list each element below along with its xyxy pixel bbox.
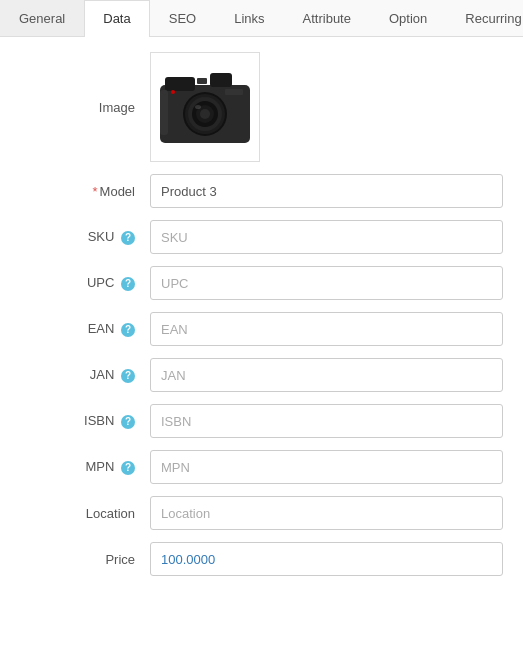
tab-links[interactable]: Links (215, 0, 283, 36)
mpn-label: MPN ? (20, 459, 150, 475)
location-label: Location (20, 506, 150, 521)
tab-option[interactable]: Option (370, 0, 446, 36)
image-row: Image (20, 52, 503, 162)
sku-label: SKU ? (20, 229, 150, 245)
sku-help-icon[interactable]: ? (121, 231, 135, 245)
isbn-row: ISBN ? (20, 404, 503, 438)
tab-recurring[interactable]: Recurring (446, 0, 523, 36)
svg-rect-13 (160, 90, 168, 135)
price-input[interactable] (150, 542, 503, 576)
mpn-input[interactable] (150, 450, 503, 484)
sku-row: SKU ? (20, 220, 503, 254)
upc-label: UPC ? (20, 275, 150, 291)
tab-attribute[interactable]: Attribute (284, 0, 370, 36)
location-row: Location (20, 496, 503, 530)
model-required: * (93, 184, 98, 199)
ean-row: EAN ? (20, 312, 503, 346)
ean-label: EAN ? (20, 321, 150, 337)
location-input[interactable] (150, 496, 503, 530)
image-upload[interactable] (150, 52, 260, 162)
upc-row: UPC ? (20, 266, 503, 300)
sku-input[interactable] (150, 220, 503, 254)
svg-rect-1 (165, 77, 195, 91)
tab-general[interactable]: General (0, 0, 84, 36)
jan-label: JAN ? (20, 367, 150, 383)
jan-input[interactable] (150, 358, 503, 392)
isbn-help-icon[interactable]: ? (121, 415, 135, 429)
mpn-row: MPN ? (20, 450, 503, 484)
ean-help-icon[interactable]: ? (121, 323, 135, 337)
form-content: Image (0, 37, 523, 603)
svg-point-9 (195, 105, 201, 109)
svg-rect-2 (210, 73, 232, 87)
mpn-help-icon[interactable]: ? (121, 461, 135, 475)
svg-rect-10 (197, 78, 207, 84)
price-label: Price (20, 552, 150, 567)
jan-help-icon[interactable]: ? (121, 369, 135, 383)
svg-point-8 (200, 109, 210, 119)
upc-help-icon[interactable]: ? (121, 277, 135, 291)
isbn-label: ISBN ? (20, 413, 150, 429)
model-input[interactable] (150, 174, 503, 208)
camera-image (155, 65, 255, 150)
isbn-input[interactable] (150, 404, 503, 438)
jan-row: JAN ? (20, 358, 503, 392)
tab-seo[interactable]: SEO (150, 0, 215, 36)
model-row: *Model (20, 174, 503, 208)
model-label: *Model (20, 184, 150, 199)
upc-input[interactable] (150, 266, 503, 300)
tab-bar: General Data SEO Links Attribute Option … (0, 0, 523, 37)
ean-input[interactable] (150, 312, 503, 346)
image-label: Image (20, 100, 150, 115)
price-row: Price (20, 542, 503, 576)
tab-data[interactable]: Data (84, 0, 149, 37)
svg-point-12 (171, 90, 175, 94)
svg-rect-11 (225, 89, 243, 95)
